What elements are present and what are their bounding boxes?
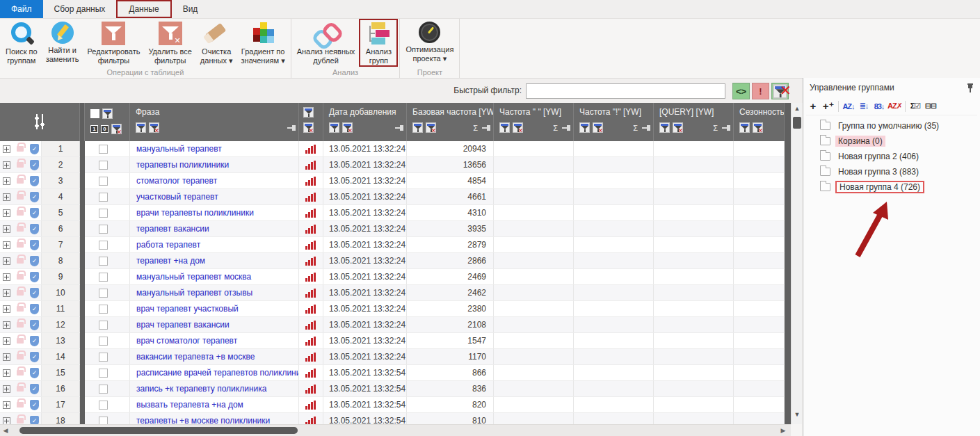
tab-data[interactable]: Данные [116,0,171,18]
pin-column-icon[interactable] [395,125,403,131]
checkbox-cell[interactable] [85,253,130,268]
funnel-icon[interactable] [102,108,113,119]
phrase-cell[interactable]: запись +к терапевту поликлиника [130,381,299,396]
shield-check-icon[interactable]: ✓ [30,352,39,362]
frequency-chart-icon[interactable] [305,368,317,378]
implicit-duplicates-button[interactable]: Анализ неявныхдублей [293,19,360,65]
checkbox-cell[interactable] [85,333,130,348]
chart-cell[interactable] [299,333,323,348]
select-ones-icon[interactable]: 1 [90,125,98,133]
chart-cell[interactable] [299,173,323,188]
frequency-chart-icon[interactable] [305,144,317,154]
quotes-frequency-column-header[interactable]: Частота " " [YW]Σ [494,103,574,141]
shield-check-icon[interactable]: ✓ [30,224,39,234]
phrase-cell[interactable]: терапевт вакансии [130,221,299,236]
seasonality-column-header[interactable]: Сезонность [734,103,785,141]
selection-column-header[interactable]: 10 [85,103,130,141]
frequency-chart-icon[interactable] [305,208,317,218]
shield-check-icon[interactable]: ✓ [30,320,39,330]
expand-row-icon[interactable] [3,369,10,377]
horizontal-scroll-thumb[interactable] [19,427,298,434]
project-optimization-button[interactable]: Оптимизацияпроекта ▾ [401,19,458,63]
phrase-cell[interactable]: вызвать терапевта +на дом [130,397,299,412]
expand-row-icon[interactable] [3,145,10,153]
phrase-cell[interactable]: стоматолог терапевт [130,173,299,188]
sum-icon[interactable]: Σ [553,124,558,132]
base-frequency-column-header[interactable]: Базовая частота [YW]Σ [407,103,494,141]
frequency-chart-icon[interactable] [305,272,317,282]
shield-check-icon[interactable]: ✓ [30,160,39,170]
expand-row-icon[interactable] [3,161,10,169]
expand-row-icon[interactable] [3,289,10,297]
scroll-down-icon[interactable]: ▼ [793,410,801,419]
chart-cell[interactable] [299,317,323,332]
checkbox-cell[interactable] [85,349,130,364]
funnel-clear-icon[interactable] [753,122,763,133]
sum-toggle-icon[interactable]: Σ☑ [908,99,922,113]
chart-cell[interactable] [299,157,323,172]
phrase-cell[interactable]: мануальный терапевт [130,141,299,156]
frequency-chart-icon[interactable] [305,224,317,234]
group-label[interactable]: Новая группа 2 (406) [835,151,922,162]
scroll-right-icon[interactable]: ▶ [779,426,787,435]
shield-check-icon[interactable]: ✓ [30,304,39,314]
tab-view[interactable]: Вид [172,0,209,18]
chart-cell[interactable] [299,269,323,284]
sum-icon[interactable]: Σ [473,124,478,132]
funnel-icon[interactable] [136,122,146,133]
group-tree-item[interactable]: Группа по умолчанию (35) [803,118,980,134]
row-checkbox[interactable] [99,385,108,394]
funnel-icon[interactable] [659,122,670,133]
checkbox-cell[interactable] [85,141,130,156]
shield-check-icon[interactable]: ✓ [30,400,39,410]
tab-file[interactable]: Файл [0,0,43,18]
group-tree-item[interactable]: Новая группа 2 (406) [803,149,980,164]
group-tree-item[interactable]: Новая группа 3 (883) [803,164,980,179]
edit-filters-button[interactable]: Редактироватьфильтры [83,19,144,65]
phrase-cell[interactable]: врач стоматолог терапевт [130,333,299,348]
expand-row-icon[interactable] [3,241,10,249]
expand-row-icon[interactable] [3,193,10,201]
row-checkbox[interactable] [99,401,108,410]
group-label[interactable]: Группа по умолчанию (35) [835,120,942,131]
funnel-icon[interactable] [303,107,314,118]
frequency-chart-icon[interactable] [305,304,317,314]
chart-cell[interactable] [299,349,323,364]
delete-all-filters-button[interactable]: Удалить всефильтры [144,19,195,65]
row-checkbox[interactable] [99,369,108,378]
funnel-clear-icon[interactable] [513,122,523,133]
row-checkbox[interactable] [99,257,108,266]
frequency-chart-icon[interactable] [305,384,317,394]
row-controls-header[interactable] [0,103,80,141]
date-column-header[interactable]: Дата добавления [323,103,407,141]
row-checkbox[interactable] [99,241,108,250]
gradient-by-values-button[interactable]: Градиент позначениям ▾ [237,19,289,65]
checkbox-cell[interactable] [85,365,130,380]
clear-sort-icon[interactable]: AZ✗ [887,99,902,113]
grid-panel-splitter[interactable] [785,103,791,424]
expand-row-icon[interactable] [3,209,10,217]
invert-filter-button[interactable]: ! [752,83,769,99]
expand-row-icon[interactable] [3,385,10,393]
add-subgroup-icon[interactable]: +⁺ [821,99,835,113]
shield-check-icon[interactable]: ✓ [30,192,39,202]
pin-column-icon[interactable] [562,125,570,131]
checkbox-cell[interactable] [85,269,130,284]
frequency-chart-icon[interactable] [305,240,317,250]
select-all-checkbox[interactable] [90,109,99,118]
row-checkbox[interactable] [99,145,108,154]
frozen-splitter-header[interactable] [80,103,85,141]
checkbox-cell[interactable] [85,221,130,236]
tab-data-collection[interactable]: Сбор данных [43,0,117,18]
row-checkbox[interactable] [99,161,108,170]
horizontal-scrollbar[interactable]: ◀ ▶ [0,424,791,436]
group-tree-item[interactable]: Новая группа 4 (726) [803,179,980,195]
frequency-chart-icon[interactable] [305,336,317,346]
group-label[interactable]: Корзина (0) [835,136,885,147]
phrase-cell[interactable]: врач терапевт вакансии [130,317,299,332]
chart-cell[interactable] [299,205,323,220]
row-checkbox[interactable] [99,225,108,234]
chart-cell[interactable] [299,285,323,300]
group-label[interactable]: Новая группа 4 (726) [835,181,924,193]
chart-cell[interactable] [299,221,323,236]
